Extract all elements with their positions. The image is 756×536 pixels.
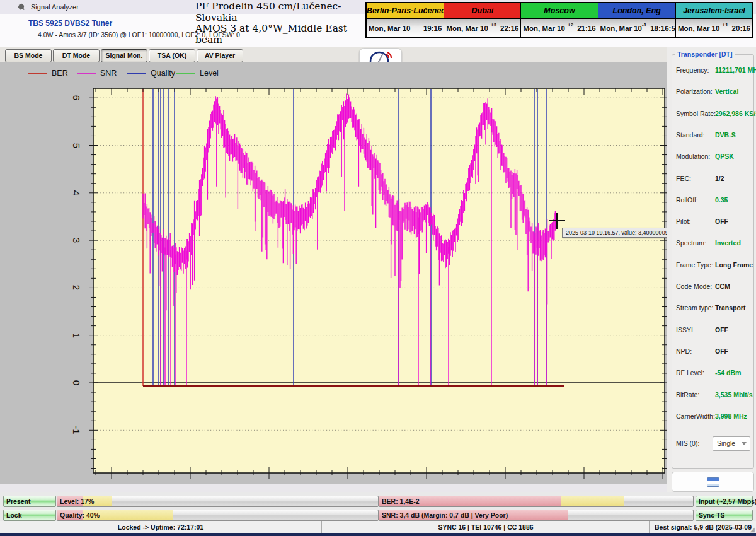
legend-label: Level: [200, 69, 219, 78]
site-info-line-1: PF Prodelin 450 cm/Lučenec-Slovakia: [195, 1, 365, 23]
sync-ts-label: Sync TS: [696, 510, 752, 520]
clock-city: Jerusalem-Israel: [676, 3, 752, 19]
clock-moscow: MoscowMon, Mar 10+221:16: [521, 3, 598, 37]
transponder-row-pilot: Pilot:OFF: [676, 218, 751, 226]
transponder-row-frame-type: Frame Type:Long Frame: [676, 261, 751, 270]
status-bar: Locked -> Uptime: 72:17:01 SYNC 16 | TEI…: [0, 521, 756, 534]
legend-item-level: Level: [176, 68, 219, 78]
sync-ts-indicator: Sync TS: [696, 510, 753, 521]
level-label: Level: 17%: [57, 496, 378, 506]
level-bar: Level: 17%: [57, 496, 379, 507]
toolbar: BS ModeDT ModeSignal Mon.TSA (OK)AV Play…: [0, 47, 667, 62]
chevron-down-icon: [742, 442, 747, 445]
y-axis-label-6: 6: [69, 90, 82, 105]
legend-label: Quality: [151, 69, 175, 78]
mis-label: MIS (0):: [676, 440, 699, 447]
clock-city: London, Eng: [598, 3, 675, 19]
transponder-row-modulation: Modulation:QPSK: [676, 153, 751, 161]
toolbar-button-av-player[interactable]: AV Player: [197, 49, 243, 62]
clock-jerusalem-israel: Jerusalem-IsraelMon, Mar 10+120:16: [676, 3, 752, 37]
clock-city: Moscow: [521, 3, 597, 19]
toolbar-button-bs-mode[interactable]: BS Mode: [5, 49, 52, 62]
clock-time: Mon, Mar 1019:16: [367, 19, 444, 37]
mis-value: Single: [717, 440, 735, 447]
window-title: Signal Analyzer: [31, 3, 79, 11]
transponder-row-symbol-rate: Symbol Rate:2962,986 KS/s: [676, 110, 751, 119]
legend-line-icon: [176, 73, 195, 74]
input-indicator: Input (~2,57 Mbps): [696, 496, 753, 507]
ber-bar: BER: 1,4E-2: [379, 496, 694, 507]
clock-city: Berlin-Paris-Lučenec: [367, 3, 444, 19]
y-axis-label-2: 2: [69, 280, 82, 295]
transponder-row-rolloff: RollOff:0.35: [676, 196, 751, 205]
resize-grip[interactable]: ◢: [750, 526, 755, 533]
clock-city: Dubai: [444, 3, 520, 19]
y-axis-label-1: 1: [69, 328, 82, 343]
clock-time: Mon, Mar 10+120:16: [676, 19, 752, 37]
status-sync: SYNC 16 | TEI 10746 | CC 1886: [321, 521, 650, 534]
tuner-name: TBS 5925 DVBS2 Tuner: [28, 19, 112, 28]
lock-indicator: Lock: [3, 510, 56, 521]
signal-analyzer-window: Signal Analyzer TBS 5925 DVBS2 Tuner 4.0…: [0, 0, 756, 536]
transponder-row-frequency: Frequency:11211,701 MHz: [676, 66, 751, 75]
app-icon: [17, 3, 26, 11]
mis-dropdown[interactable]: Single: [713, 436, 750, 451]
legend-line-icon: [127, 73, 146, 74]
lock-label: Lock: [4, 510, 55, 520]
ber-label: BER: 1,4E-2: [379, 496, 693, 506]
transponder-row-rf-level: RF Level:-54 dBm: [676, 369, 751, 378]
clock-time: Mon, Mar 10+322:16: [444, 19, 520, 37]
toolbar-button-dt-mode[interactable]: DT Mode: [53, 49, 100, 62]
y-axis-label--1: -1: [69, 422, 82, 438]
toolbar-button-tsa-ok[interactable]: TSA (OK): [149, 49, 195, 62]
transponder-row-polarization: Polarization:Vertical: [676, 88, 751, 96]
status-best-signal: Best signal: 5,9 dB (2025-03-09 07:03): [649, 521, 756, 534]
site-info-line-2: AMOS 3 at 4,0°W_Middle East beam: [195, 23, 365, 45]
y-axis-label-5: 5: [69, 138, 82, 153]
clock-london-eng: London, EngMon, Mar 10-118:16:57: [598, 3, 676, 37]
legend-line-icon: [77, 73, 96, 74]
chart-panel: BERSNRQualityLevel 6543210-1 2025-03-10 …: [0, 62, 667, 484]
legend-label: BER: [52, 69, 68, 78]
quality-label: Quality: 40%: [57, 510, 378, 520]
window-icon: [707, 477, 719, 487]
present-indicator: Present: [3, 496, 56, 507]
legend-label: SNR: [100, 69, 117, 78]
y-axis-label-4: 4: [69, 185, 82, 201]
legend-item-snr: SNR: [77, 68, 117, 78]
transponder-row-stream-type: Stream type:Transport: [676, 304, 751, 313]
present-label: Present: [4, 496, 55, 506]
clock-berlin-paris-lu-enec: Berlin-Paris-LučenecMon, Mar 1019:16: [367, 3, 444, 37]
transponder-row-npd: NPD:OFF: [676, 347, 751, 356]
input-label: Input (~2,57 Mbps): [696, 496, 752, 506]
transponder-groupbox: Transponder [DT] Frequency:11211,701 MHz…: [672, 54, 754, 469]
transponder-row-issyi: ISSYIOFF: [676, 326, 751, 335]
chart-tooltip: 2025-03-10 19.16.57, value: 3,4000000953…: [562, 228, 667, 238]
status-uptime: Locked -> Uptime: 72:17:01: [0, 521, 321, 534]
clock-time: Mon, Mar 10+221:16: [521, 19, 597, 37]
header: TBS 5925 DVBS2 Tuner 4.0W - Amos 3/7 (ID…: [0, 14, 756, 47]
panel-button[interactable]: [672, 472, 754, 492]
signal-chart[interactable]: [79, 81, 667, 482]
y-axis-label-0: 0: [69, 375, 82, 390]
indicator-bars: Present Level: 17% BER: 1,4E-2 Input (~2…: [0, 492, 756, 521]
toolbar-button-signal-mon[interactable]: Signal Mon.: [101, 49, 147, 62]
clock-time: Mon, Mar 10-118:16:57: [598, 19, 675, 37]
transponder-row-spectrum: Spectrum:Inverted: [676, 239, 751, 248]
taskbar-edge: [0, 533, 756, 536]
mis-row: MIS (0): Single: [676, 436, 750, 452]
world-clocks: Berlin-Paris-LučenecMon, Mar 1019:16Duba…: [365, 2, 753, 38]
snr-bar: SNR: 3,4 dB (Margin: 0,7 dB | Very Poor): [379, 510, 694, 521]
legend-line-icon: [28, 73, 47, 74]
transponder-row-code-mode: Code Mode:CCM: [676, 283, 751, 291]
transponder-row-bitrate: BitRate:3,535 Mbit/s: [676, 391, 751, 400]
quality-bar: Quality: 40%: [57, 510, 379, 521]
transponder-row-fec: FEC:1/2: [676, 175, 751, 184]
transponder-row-carrierwidth: CarrierWidth:3,998 MHz: [676, 412, 751, 421]
transponder-row-standard: Standard:DVB-S: [676, 131, 751, 140]
snr-label: SNR: 3,4 dB (Margin: 0,7 dB | Very Poor): [379, 510, 693, 520]
legend-item-ber: BER: [28, 68, 68, 78]
y-axis-label-3: 3: [69, 233, 82, 248]
clock-dubai: DubaiMon, Mar 10+322:16: [444, 3, 521, 37]
transponder-title: Transponder [DT]: [675, 50, 735, 58]
